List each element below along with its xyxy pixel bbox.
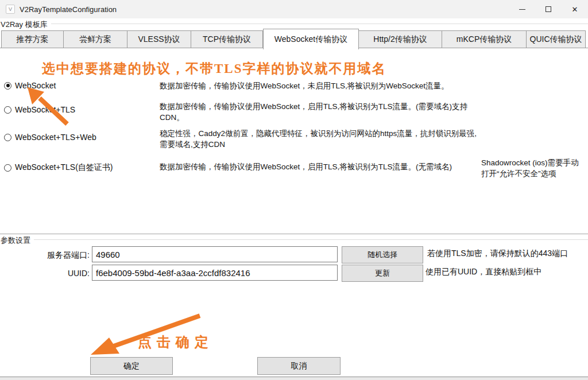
tab-quic[interactable]: QUIC传输协议 bbox=[527, 30, 586, 48]
port-input[interactable] bbox=[92, 246, 338, 262]
radio-websocket-tls-circle[interactable] bbox=[4, 106, 11, 114]
tab-mkcp[interactable]: mKCP传输协议 bbox=[442, 30, 527, 48]
tabpage-bottom-border bbox=[0, 234, 588, 234]
radio-websocket-tls-selfsigned-circle[interactable] bbox=[4, 164, 11, 172]
desc-websocket: 数据加密传输，传输协议使用WebSocket，未启用TLS,将被识别为WebSo… bbox=[160, 80, 485, 91]
tab-recommended[interactable]: 推荐方案 bbox=[1, 30, 64, 48]
shadowrocket-note: Shadowrocket (ios)需要手动 打开“允许不安全”选项 bbox=[481, 157, 586, 179]
arrow-to-ok bbox=[86, 310, 207, 359]
port-label: 服务器端口: bbox=[23, 250, 90, 261]
desc-websocket-tls: 数据加密传输，传输协议使用WebSocket，启用TLS,将被识别为TLS流量。… bbox=[160, 101, 485, 123]
close-icon[interactable]: ✕ bbox=[562, 0, 588, 18]
desc-websocket-tls-web: 稳定性强，Caddy2做前置，隐藏代理特征，被识别为访问网站的https流量，抗… bbox=[160, 128, 485, 150]
app-window: V V2RayTemplateConfiguration ✕ V2Ray 模板库… bbox=[0, 0, 588, 380]
minimize-icon[interactable] bbox=[509, 0, 535, 18]
annotation-protocol-tip: 选中想要搭建的协议，不带TLS字样的协议就不用域名 bbox=[42, 60, 386, 77]
template-group-label: V2Ray 模板库 bbox=[1, 20, 51, 30]
radio-websocket-tls-web[interactable]: WebSocket+TLS+Web bbox=[4, 133, 96, 142]
tab-fresh[interactable]: 尝鲜方案 bbox=[64, 30, 127, 48]
port-hint: 若使用TLS加密，请保持默认的443端口 bbox=[427, 249, 568, 259]
ok-button[interactable]: 确定 bbox=[90, 357, 173, 375]
tab-http2[interactable]: Http/2传输协议 bbox=[359, 30, 442, 48]
title-bar: V V2RayTemplateConfiguration ✕ bbox=[0, 0, 588, 18]
params-group-line bbox=[33, 239, 588, 240]
desc-websocket-tls-selfsigned: 数据加密传输，传输协议使用WebSocket，启用TLS,将被识别为TLS流量。… bbox=[160, 161, 485, 172]
app-icon: V bbox=[6, 5, 15, 14]
radio-websocket-tls-selfsigned-label: WebSocket+TLS(自签证书) bbox=[15, 162, 113, 173]
uuid-hint: 使用已有UUID，直接粘贴到框中 bbox=[425, 267, 541, 277]
params-group-label: 参数设置 bbox=[1, 235, 34, 246]
window-title: V2RayTemplateConfiguration bbox=[20, 5, 117, 14]
tab-vless[interactable]: VLESS协议 bbox=[127, 30, 191, 48]
random-port-button[interactable]: 随机选择 bbox=[342, 246, 423, 263]
maximize-icon[interactable] bbox=[535, 0, 562, 18]
radio-websocket-tls-web-label: WebSocket+TLS+Web bbox=[15, 133, 96, 142]
window-bottom-edge bbox=[0, 377, 588, 380]
uuid-input[interactable] bbox=[92, 265, 338, 281]
radio-websocket-tls-selfsigned[interactable]: WebSocket+TLS(自签证书) bbox=[4, 162, 113, 173]
radio-websocket-circle[interactable] bbox=[4, 82, 11, 90]
arrow-to-websocket bbox=[20, 86, 72, 129]
tab-websocket[interactable]: WebSocket传输协议 bbox=[263, 29, 359, 49]
update-uuid-button[interactable]: 更新 bbox=[342, 265, 423, 282]
template-group-line bbox=[51, 24, 588, 24]
tab-tcp[interactable]: TCP传输协议 bbox=[191, 30, 263, 48]
uuid-label: UUID: bbox=[23, 269, 90, 278]
cancel-button[interactable]: 取消 bbox=[257, 357, 341, 375]
radio-websocket-tls-web-circle[interactable] bbox=[4, 134, 11, 141]
